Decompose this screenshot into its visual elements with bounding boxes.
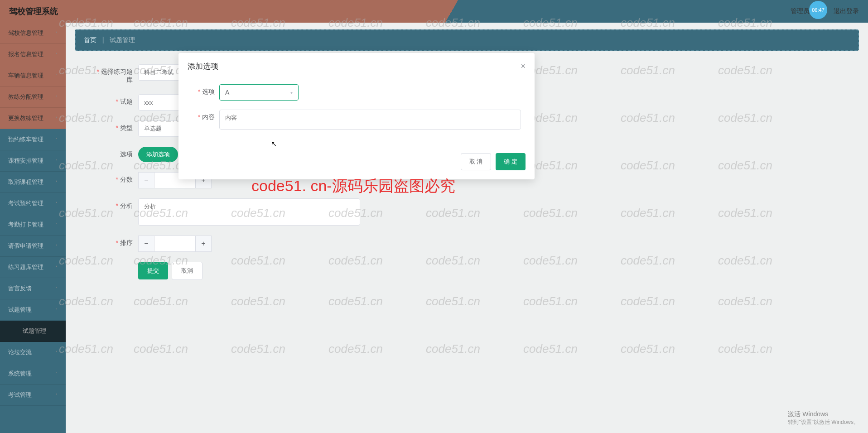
modal-title: 添加选项 xyxy=(188,61,218,72)
modal-confirm-button[interactable]: 确 定 xyxy=(496,153,526,170)
modal-content-textarea[interactable] xyxy=(219,110,521,130)
modal-label-content: * 内容 xyxy=(192,110,219,121)
modal-option-select[interactable]: A ▾ xyxy=(219,84,299,101)
modal-label-option: * 选项 xyxy=(192,84,219,96)
cursor-icon: ↖ xyxy=(271,140,277,148)
add-option-modal: 添加选项 × * 选项 A ▾ * 内容 取 消 确 定 xyxy=(178,53,535,179)
chevron-down-icon: ▾ xyxy=(290,90,293,95)
close-icon[interactable]: × xyxy=(521,62,526,71)
modal-cancel-button[interactable]: 取 消 xyxy=(461,153,492,170)
